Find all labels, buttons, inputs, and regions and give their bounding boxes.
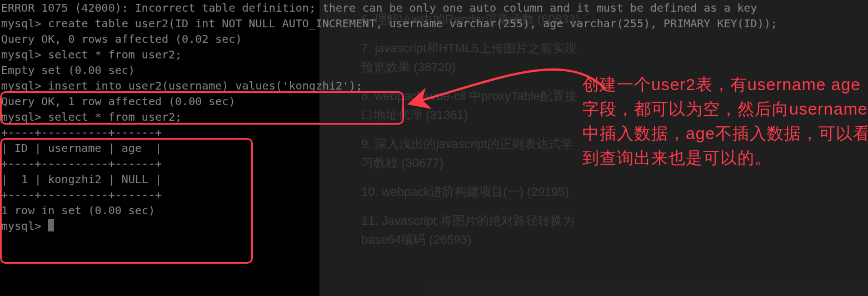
sidebar-item[interactable]: 11. Javascript 将图片的绝对路径转换为base64编码 (2659…	[361, 211, 583, 249]
terminal-line: mysql> select * from user2;	[0, 47, 320, 62]
terminal-line: Query OK, 0 rows affected (0.02 sec)	[0, 31, 320, 47]
sidebar-item-label: 10. webpack进阶构建项目(一)	[361, 185, 523, 199]
terminal-line: mysql> create table user2(ID int NOT NUL…	[0, 16, 320, 31]
terminal-line: | ID | username | age |	[0, 140, 320, 156]
terminal-line: mysql>	[0, 218, 320, 234]
sidebar-item-count: (26593)	[429, 233, 471, 246]
terminal-line: | 1 | kongzhi2 | NULL |	[0, 171, 320, 187]
terminal-window[interactable]: ERROR 1075 (42000): Incorrect table defi…	[0, 0, 320, 296]
terminal-line: Empty set (0.00 sec)	[0, 62, 320, 78]
sidebar-item[interactable]: 9. 深入浅出的javascript的正则表达式学习教程 (30677)	[361, 135, 583, 172]
terminal-line: Query OK, 1 row affected (0.00 sec)	[0, 93, 320, 109]
sidebar-item[interactable]: 10. webpack进阶构建项目(一) (29195)	[361, 182, 583, 201]
sidebar-item-count: (38720)	[413, 60, 456, 74]
terminal-line: mysql> insert into user2(username) value…	[0, 78, 320, 93]
terminal-line: +----+----------+------+	[0, 156, 320, 171]
sidebar-item-label: 8. webpack+vue-cil 中proxyTable配置接口地址代理	[361, 89, 577, 122]
terminal-line: 1 row in set (0.00 sec)	[0, 203, 320, 218]
sidebar-item-label: 9. 深入浅出的javascript的正则表达式学习教程	[361, 137, 573, 170]
sidebar-item-count: (30677)	[401, 156, 443, 170]
terminal-line: +----+----------+------+	[0, 187, 320, 203]
annotation-text: 创建一个user2表，有username age字段，都可以为空，然后向user…	[582, 72, 868, 170]
sidebar-item-count: (31361)	[426, 108, 468, 122]
sidebar-item-count: (29195)	[527, 185, 569, 199]
sidebar-list: 6. 理解Vue中的Render渲染函数 (60833) 7. javascri…	[361, 0, 583, 259]
sidebar-item[interactable]: 7. javascript和HTML5上传图片之前实现预览效果 (38720)	[361, 39, 583, 77]
terminal-cursor	[48, 219, 54, 231]
terminal-line: mysql> select * from user2;	[0, 109, 320, 125]
sidebar-item-label: 7. javascript和HTML5上传图片之前实现预览效果	[361, 41, 577, 74]
terminal-line: +----+----------+------+	[0, 125, 320, 140]
screenshot-stage: 6. 理解Vue中的Render渲染函数 (60833) 7. javascri…	[0, 0, 868, 296]
sidebar-item[interactable]: 8. webpack+vue-cil 中proxyTable配置接口地址代理 (…	[361, 87, 583, 125]
terminal-line: ERROR 1075 (42000): Incorrect table defi…	[0, 0, 320, 16]
